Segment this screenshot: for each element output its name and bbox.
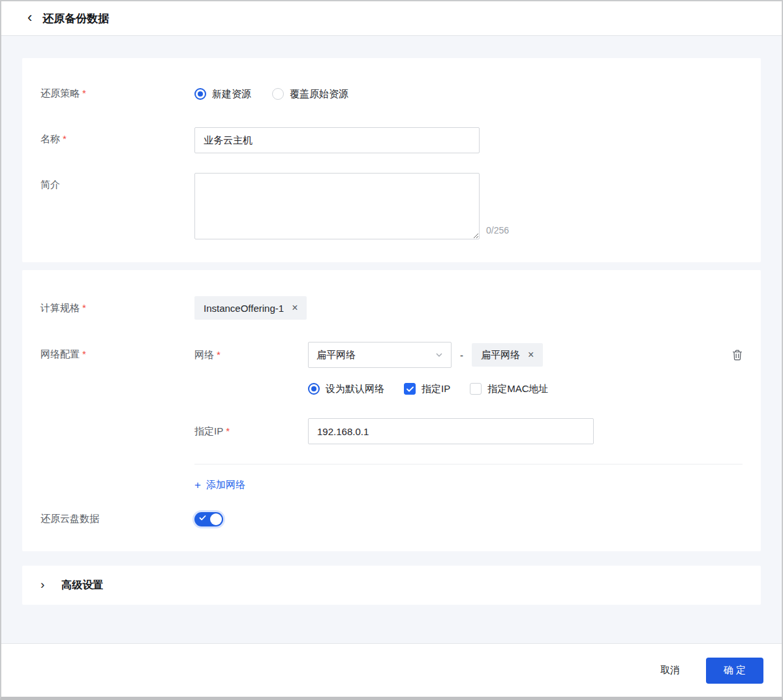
restore-volume-toggle[interactable] xyxy=(194,512,223,526)
assign-ip-row: 指定IP* xyxy=(194,418,743,444)
checkbox-label: 指定IP xyxy=(422,383,450,395)
divider xyxy=(194,464,743,464)
page-title: 还原备份数据 xyxy=(42,11,109,26)
label-text: 简介 xyxy=(40,179,60,190)
plus-icon: + xyxy=(194,479,201,491)
radio-label: 覆盖原始资源 xyxy=(290,88,348,100)
basic-info-card: 还原策略* 新建资源 覆盖原始资源 xyxy=(22,58,761,262)
check-icon xyxy=(407,386,414,392)
check-icon xyxy=(199,515,206,521)
label-text: 指定IP xyxy=(194,425,223,436)
checkbox-icon xyxy=(470,383,482,395)
network-config-row: 网络配置* 网络* 扁平网络 - xyxy=(40,342,743,491)
header: ‹ 还原备份数据 xyxy=(1,1,782,36)
label-text: 网络配置 xyxy=(40,348,80,359)
name-input[interactable] xyxy=(194,127,480,153)
restore-volume-row: 还原云盘数据 xyxy=(40,512,743,526)
required-mark: * xyxy=(82,302,86,313)
instance-offering-tag: InstanceOffering-1 × xyxy=(194,296,307,320)
network-config-label: 网络配置* xyxy=(40,342,194,361)
radio-default-network[interactable]: 设为默认网络 xyxy=(308,383,384,395)
restore-strategy-radio-group: 新建资源 覆盖原始资源 xyxy=(194,87,743,101)
close-icon[interactable]: × xyxy=(292,303,298,313)
tag-label: 扁平网络 xyxy=(481,349,520,361)
label-text: 还原策略 xyxy=(40,87,80,99)
add-network-link[interactable]: + 添加网络 xyxy=(194,479,245,491)
label-text: 名称 xyxy=(40,133,60,144)
label-text: 计算规格 xyxy=(40,302,80,313)
selected-l3-network-tag: 扁平网络 × xyxy=(472,343,543,367)
restore-volume-label: 还原云盘数据 xyxy=(40,512,194,525)
label-text: 还原云盘数据 xyxy=(40,513,99,524)
checkbox-assign-ip[interactable]: 指定IP xyxy=(404,383,450,395)
label-text: 网络 xyxy=(194,349,214,360)
network-select[interactable]: 扁平网络 xyxy=(308,342,452,368)
radio-icon xyxy=(308,383,320,395)
radio-new-resource[interactable]: 新建资源 xyxy=(194,88,251,100)
checkbox-label: 指定MAC地址 xyxy=(487,383,548,395)
select-value: 扁平网络 xyxy=(316,349,356,361)
radio-label: 新建资源 xyxy=(212,88,251,100)
restore-backup-dialog: ‹ 还原备份数据 还原策略* 新建资源 覆盖 xyxy=(0,0,783,700)
name-row: 名称* xyxy=(40,127,743,153)
checkbox-assign-mac[interactable]: 指定MAC地址 xyxy=(470,383,548,395)
network-select-row: 网络* 扁平网络 - 扁平网络 × xyxy=(194,342,743,368)
required-mark: * xyxy=(226,425,230,436)
trash-icon[interactable] xyxy=(732,350,743,361)
required-mark: * xyxy=(82,87,86,99)
assign-ip-input[interactable] xyxy=(308,418,594,444)
tag-label: InstanceOffering-1 xyxy=(204,303,284,314)
description-label: 简介 xyxy=(40,173,194,191)
assign-ip-label: 指定IP* xyxy=(194,425,308,438)
required-mark: * xyxy=(82,348,86,359)
network-config-group: 网络* 扁平网络 - 扁平网络 × xyxy=(194,342,743,491)
instance-offering-row: 计算规格* InstanceOffering-1 × xyxy=(40,296,743,320)
dash-separator: - xyxy=(460,350,463,361)
back-icon[interactable]: ‹ xyxy=(27,10,32,25)
radio-label: 设为默认网络 xyxy=(326,383,384,395)
network-options-row: 设为默认网络 指定IP 指定MAC地址 xyxy=(308,381,743,397)
network-label: 网络* xyxy=(194,349,308,361)
cancel-button[interactable]: 取消 xyxy=(660,664,680,677)
instance-offering-label: 计算规格* xyxy=(40,296,194,314)
form-body: 还原策略* 新建资源 覆盖原始资源 xyxy=(1,36,782,643)
radio-overwrite-original[interactable]: 覆盖原始资源 xyxy=(272,88,348,100)
close-icon[interactable]: × xyxy=(528,350,534,360)
radio-icon xyxy=(194,88,206,100)
toggle-knob xyxy=(210,513,222,525)
add-network-label: 添加网络 xyxy=(206,479,245,491)
chevron-right-icon: › xyxy=(40,577,44,592)
footer: 取消 确定 xyxy=(1,643,782,697)
name-label: 名称* xyxy=(40,127,194,145)
restore-strategy-row: 还原策略* 新建资源 覆盖原始资源 xyxy=(40,87,743,101)
restore-strategy-label: 还原策略* xyxy=(40,87,194,100)
char-counter: 0/256 xyxy=(486,225,509,239)
confirm-button[interactable]: 确定 xyxy=(706,658,763,684)
advanced-settings-toggle[interactable]: › 高级设置 xyxy=(22,566,761,605)
spec-network-card: 计算规格* InstanceOffering-1 × 网络配置* 网络* xyxy=(22,270,761,551)
description-textarea[interactable] xyxy=(194,173,480,239)
checkbox-icon xyxy=(404,383,416,395)
required-mark: * xyxy=(217,349,221,360)
radio-icon xyxy=(272,88,284,100)
chevron-down-icon xyxy=(435,351,443,359)
required-mark: * xyxy=(63,133,67,144)
description-row: 简介 0/256 xyxy=(40,173,743,239)
advanced-settings-label: 高级设置 xyxy=(61,579,103,592)
